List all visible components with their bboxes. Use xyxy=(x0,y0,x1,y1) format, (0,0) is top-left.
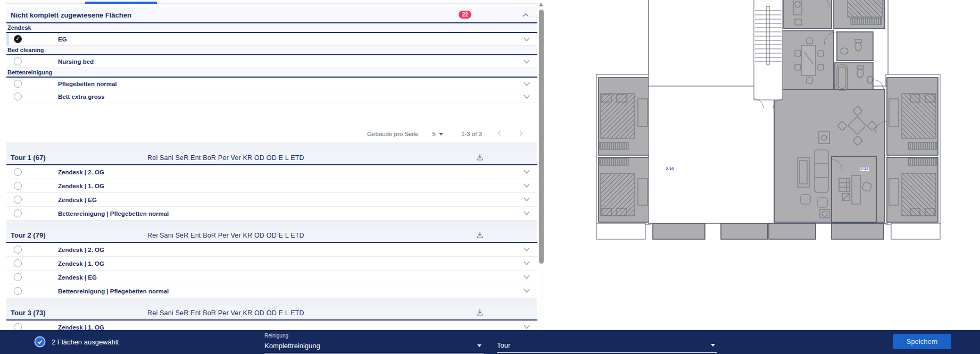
area-row-label: EG xyxy=(58,36,67,43)
check-circle-icon xyxy=(34,336,46,348)
chevron-down-icon[interactable] xyxy=(522,168,531,178)
area-row-label: Zendesk | 2. OG xyxy=(58,247,104,253)
row-checkbox[interactable] xyxy=(14,80,22,88)
assignment-panel: Nicht komplett zugewiesene Flächen 22 Ze… xyxy=(6,7,537,342)
unassigned-count-badge: 22 xyxy=(459,11,471,19)
tour-sections: Tour 1 (67) Rei Sani SeR Ent BoR Per Ver… xyxy=(6,151,537,342)
download-icon[interactable] xyxy=(476,308,484,319)
unassigned-areas-header: Nicht komplett zugewiesene Flächen 22 xyxy=(6,7,537,23)
area-group: Zendesk EG xyxy=(6,23,537,46)
page-size-label: Gebäude pro Seite xyxy=(367,131,419,137)
chevron-down-icon[interactable] xyxy=(522,58,531,68)
row-checkbox[interactable] xyxy=(14,287,22,295)
area-row-label: Pflegebetten normal xyxy=(58,81,117,87)
tour-caret-icon xyxy=(711,344,715,347)
section-gap xyxy=(6,298,537,306)
download-icon[interactable] xyxy=(476,153,484,164)
vertical-scrollbar[interactable] xyxy=(538,0,544,330)
prev-page-button[interactable] xyxy=(496,130,503,138)
tour-columns-header: Rei Sani SeR Ent BoR Per Ver KR OD OD E … xyxy=(147,232,304,239)
area-group: Bettenreinigung Pflegebetten normal Bett… xyxy=(6,68,537,103)
area-groups: Zendesk EG Bed cleaning Nursing bed Bett… xyxy=(6,23,537,103)
area-row[interactable]: Zendesk | 2. OG xyxy=(6,165,537,179)
pagination-bar: Gebäude pro Seite 5 1-3 of 3 xyxy=(6,125,537,143)
row-checkbox[interactable] xyxy=(14,209,22,217)
area-row[interactable]: Zendesk | EG xyxy=(6,193,537,207)
row-checkbox[interactable] xyxy=(14,92,22,100)
cleaning-select-value: Komplettreinigung xyxy=(264,342,320,350)
selection-footer: 2 Flächen ausgewählt Reinigung Komplettr… xyxy=(0,330,980,354)
tour-header: Tour 2 (79) Rei Sani SeR Ent BoR Per Ver… xyxy=(6,229,537,243)
area-row-label: Zendesk | 1. OG xyxy=(58,324,104,331)
floor-plan[interactable]: 2.10 2.12 xyxy=(595,0,952,242)
chevron-down-icon[interactable] xyxy=(522,209,531,219)
area-row[interactable]: Zendesk | 1. OG xyxy=(6,179,537,193)
chevron-down-icon[interactable] xyxy=(522,80,531,90)
area-row-label: Bett extra gross xyxy=(58,94,105,100)
area-group-label: Zendesk xyxy=(6,23,537,33)
chevron-down-icon[interactable] xyxy=(522,259,531,269)
tour-select[interactable]: Tour xyxy=(497,341,717,353)
tour-columns-header: Rei Sani SeR Ent BoR Per Ver KR OD OD E … xyxy=(147,154,304,162)
row-checkbox[interactable] xyxy=(14,196,22,204)
area-row[interactable]: Pflegebetten normal xyxy=(6,78,537,90)
row-checkbox[interactable] xyxy=(14,35,22,43)
card-spacer xyxy=(6,103,537,125)
tour-header: Tour 1 (67) Rei Sani SeR Ent BoR Per Ver… xyxy=(6,151,537,165)
chevron-down-icon[interactable] xyxy=(522,182,531,191)
area-row-label: Zendesk | 1. OG xyxy=(58,183,104,189)
area-row[interactable]: Nursing bed xyxy=(6,55,537,68)
selection-summary: 2 Flächen ausgewählt xyxy=(34,336,119,348)
tour-title: Tour 1 (67) xyxy=(11,154,46,162)
tour-title: Tour 2 (79) xyxy=(11,231,46,239)
collapse-chevron-up-icon[interactable] xyxy=(521,11,530,22)
area-row-label: Nursing bed xyxy=(58,58,94,65)
section-gap xyxy=(6,221,537,229)
save-button[interactable]: Speichern xyxy=(893,334,951,349)
row-checkbox[interactable] xyxy=(14,182,22,190)
row-checkbox[interactable] xyxy=(14,168,22,176)
area-row[interactable]: Bett extra gross xyxy=(6,90,537,103)
active-tab-indicator[interactable] xyxy=(85,2,157,4)
area-row[interactable]: Bettenreinigung | Pflegebetten normal xyxy=(6,284,537,298)
area-row[interactable]: EG xyxy=(6,33,537,46)
scrollbar-thumb[interactable] xyxy=(539,10,544,264)
row-checkbox[interactable] xyxy=(14,273,22,281)
row-checkbox[interactable] xyxy=(14,246,22,254)
area-row-label: Zendesk | 2. OG xyxy=(58,169,104,175)
room-label-left: 2.10 xyxy=(666,166,674,171)
area-group-label: Bettenreinigung xyxy=(6,68,537,78)
section-gap xyxy=(6,143,537,151)
cleaning-select-label: Reinigung xyxy=(264,333,484,339)
area-row[interactable]: Zendesk | EG xyxy=(6,271,537,284)
tour-section: Tour 2 (79) Rei Sani SeR Ent BoR Per Ver… xyxy=(6,229,537,298)
row-checkbox[interactable] xyxy=(14,259,22,267)
chevron-down-icon[interactable] xyxy=(522,287,531,297)
page-size-select[interactable]: 5 xyxy=(433,131,443,137)
chevron-down-icon[interactable] xyxy=(522,196,531,205)
next-page-button[interactable] xyxy=(517,130,525,138)
area-row[interactable]: Bettenreinigung | Pflegebetten normal xyxy=(6,207,537,221)
chevron-down-icon[interactable] xyxy=(522,36,531,45)
page-size-value: 5 xyxy=(433,131,436,137)
chevron-down-icon[interactable] xyxy=(522,246,531,255)
chevron-down-icon[interactable] xyxy=(522,93,531,103)
area-row[interactable]: Zendesk | 1. OG xyxy=(6,257,537,271)
area-row-label: Bettenreinigung | Pflegebetten normal xyxy=(58,210,169,217)
tour-header: Tour 3 (73) Rei Sani SeR Ent BoR Per Ver… xyxy=(6,306,537,321)
panel-title: Nicht komplett zugewiesene Flächen xyxy=(11,11,131,19)
cleaning-select[interactable]: Reinigung Komplettreinigung xyxy=(264,333,484,353)
floor-plan-drawing: 2.10 2.12 xyxy=(595,0,952,242)
download-icon[interactable] xyxy=(476,231,484,241)
area-row-label: Bettenreinigung | Pflegebetten normal xyxy=(58,288,169,294)
area-row-label: Zendesk | EG xyxy=(58,274,97,281)
area-group: Bed cleaning Nursing bed xyxy=(6,46,537,68)
scrollbar-up-arrow[interactable] xyxy=(539,3,543,6)
tour-title: Tour 3 (73) xyxy=(11,309,46,317)
tour-select-value: Tour xyxy=(497,341,510,349)
row-checkbox[interactable] xyxy=(14,57,22,65)
chevron-down-icon[interactable] xyxy=(522,273,531,283)
cleaning-caret-icon xyxy=(477,344,481,347)
area-row[interactable]: Zendesk | 2. OG xyxy=(6,243,537,257)
area-row-label: Zendesk | 1. OG xyxy=(58,260,104,267)
